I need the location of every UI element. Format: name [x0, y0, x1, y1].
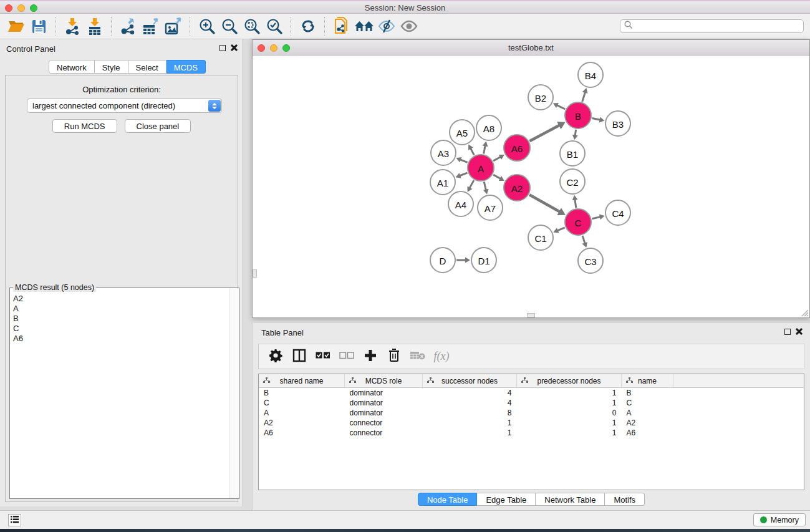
import-table-button[interactable] — [84, 16, 106, 36]
graph-edge-B-B3[interactable] — [592, 118, 600, 120]
graph-edge-C-C3[interactable] — [582, 236, 585, 244]
graph-node-A8[interactable]: A8 — [476, 115, 501, 140]
graph-node-B3[interactable]: B3 — [605, 111, 630, 136]
zoom-fit-button[interactable] — [241, 16, 263, 36]
graph-node-A2[interactable]: A2 — [504, 175, 530, 201]
control-tab-mcds[interactable]: MCDS — [166, 60, 206, 74]
mcds-result-item[interactable]: B — [11, 314, 229, 324]
graph-edge-B-B1[interactable] — [575, 130, 576, 136]
graph-node-A5[interactable]: A5 — [450, 120, 475, 145]
graph-node-B4[interactable]: B4 — [578, 62, 603, 87]
delete-column-button[interactable] — [383, 347, 405, 366]
table-cell[interactable]: 0 — [517, 408, 622, 418]
graph-edge-A-A1[interactable] — [460, 173, 467, 176]
column-header-successor-nodes[interactable]: successor nodes — [423, 374, 517, 388]
table-cell[interactable]: A6 — [259, 428, 345, 438]
close-table-panel-icon[interactable] — [796, 328, 803, 335]
graph-node-D[interactable]: D — [430, 248, 455, 273]
table-cell[interactable]: B — [622, 388, 673, 399]
table-cell[interactable]: connector — [345, 428, 423, 438]
network-horizontal-scrollbar[interactable] — [527, 313, 535, 317]
graph-edge-A-A4[interactable] — [470, 180, 474, 188]
graph-node-C2[interactable]: C2 — [560, 169, 585, 194]
control-tab-select[interactable]: Select — [128, 60, 166, 74]
result-scrollbar[interactable] — [229, 288, 239, 498]
show-all-button[interactable] — [398, 16, 420, 36]
close-panel-icon[interactable] — [231, 44, 238, 51]
table-tab-motifs[interactable]: Motifs — [605, 493, 645, 506]
search-input[interactable] — [635, 21, 803, 31]
table-cell[interactable]: C — [259, 398, 345, 408]
graph-edge-B-B2[interactable] — [557, 105, 565, 109]
graph-node-C3[interactable]: C3 — [578, 248, 603, 273]
table-tab-network-table[interactable]: Network Table — [536, 493, 605, 506]
table-cell[interactable]: A2 — [259, 418, 345, 428]
table-cell[interactable]: 8 — [423, 408, 517, 418]
table-tab-edge-table[interactable]: Edge Table — [477, 493, 536, 506]
graph-node-A4[interactable]: A4 — [448, 191, 473, 216]
hide-selected-button[interactable] — [375, 16, 398, 36]
table-cell[interactable]: A2 — [622, 418, 673, 428]
mcds-result-item[interactable]: C — [11, 324, 229, 334]
graph-edge-C-C1[interactable] — [557, 228, 565, 231]
export-image-button[interactable] — [162, 16, 185, 36]
table-cell[interactable]: A6 — [622, 428, 673, 438]
table-cell[interactable]: 4 — [423, 398, 517, 408]
mcds-result-item[interactable]: A — [11, 304, 229, 314]
graph-edge-A-A7[interactable] — [484, 181, 486, 190]
function-builder-button[interactable]: f(x) — [431, 347, 452, 366]
graph-edge-A-A6[interactable] — [493, 157, 501, 160]
close-panel-button[interactable]: Close panel — [125, 119, 191, 133]
column-header-name[interactable]: name — [622, 374, 673, 388]
resize-grip-icon[interactable] — [800, 308, 809, 317]
network-canvas[interactable]: B4B2BB3A5A8A6B1A3AA1C2A2A4A7C4CC1C3DD1 — [253, 56, 809, 317]
task-history-button[interactable] — [8, 514, 21, 526]
float-table-panel-icon[interactable] — [784, 329, 791, 335]
delete-table-button[interactable] — [407, 347, 428, 366]
search-field[interactable] — [620, 19, 804, 33]
mcds-result-item[interactable]: A2 — [11, 294, 229, 304]
graph-node-B1[interactable]: B1 — [560, 141, 585, 166]
graph-node-C4[interactable]: C4 — [605, 200, 630, 225]
table-row[interactable]: Adominator80A — [259, 408, 804, 418]
table-tab-node-table[interactable]: Node Table — [418, 493, 478, 506]
graph-edge-B-B4[interactable] — [582, 92, 586, 102]
network-graph[interactable]: B4B2BB3A5A8A6B1A3AA1C2A2A4A7C4CC1C3DD1 — [253, 56, 809, 317]
network-window-titlebar[interactable]: testGlobe.txt — [253, 40, 809, 56]
float-panel-icon[interactable] — [219, 45, 226, 51]
graph-node-A[interactable]: A — [468, 155, 494, 181]
graph-edge-C-C2[interactable] — [575, 200, 576, 208]
table-cell[interactable]: dominator — [345, 388, 423, 399]
table-row[interactable]: Cdominator41C — [259, 398, 804, 408]
export-network-button[interactable] — [117, 16, 140, 36]
column-header-MCDS-role[interactable]: MCDS role — [345, 374, 423, 388]
table-cell[interactable]: 1 — [423, 428, 517, 438]
memory-button[interactable]: Memory — [753, 513, 806, 526]
table-cell[interactable]: 1 — [517, 398, 622, 408]
table-cell[interactable]: 1 — [517, 388, 622, 399]
table-cell[interactable]: dominator — [345, 398, 423, 408]
table-row[interactable]: A6connector11A6 — [259, 428, 804, 438]
optimization-criterion-dropdown[interactable]: largest connected component (directed) — [27, 99, 222, 113]
table-row[interactable]: A2connector11A2 — [259, 418, 804, 428]
first-neighbors-button[interactable] — [353, 16, 375, 36]
show-column-button[interactable] — [289, 347, 310, 366]
run-mcds-button[interactable]: Run MCDS — [52, 119, 117, 133]
mcds-result-item[interactable]: A6 — [11, 334, 229, 344]
graph-edge-A-A5[interactable] — [471, 148, 475, 155]
graph-node-D1[interactable]: D1 — [471, 248, 496, 273]
graph-node-A3[interactable]: A3 — [431, 140, 456, 165]
table-cell[interactable]: 4 — [423, 388, 517, 399]
control-tab-style[interactable]: Style — [95, 60, 128, 74]
table-cell[interactable]: connector — [345, 418, 423, 428]
table-cell[interactable]: C — [622, 398, 673, 408]
table-cell[interactable]: 1 — [517, 428, 622, 438]
table-cell[interactable]: A — [622, 408, 673, 418]
import-network-button[interactable] — [61, 16, 84, 36]
table-row[interactable]: Bdominator41B — [259, 388, 804, 399]
column-header-shared-name[interactable]: shared name — [259, 374, 345, 388]
table-cell[interactable]: 1 — [517, 418, 622, 428]
column-header-predecessor-nodes[interactable]: predecessor nodes — [517, 374, 622, 388]
table-cell[interactable]: dominator — [345, 408, 423, 418]
table-cell[interactable]: A — [259, 408, 345, 418]
